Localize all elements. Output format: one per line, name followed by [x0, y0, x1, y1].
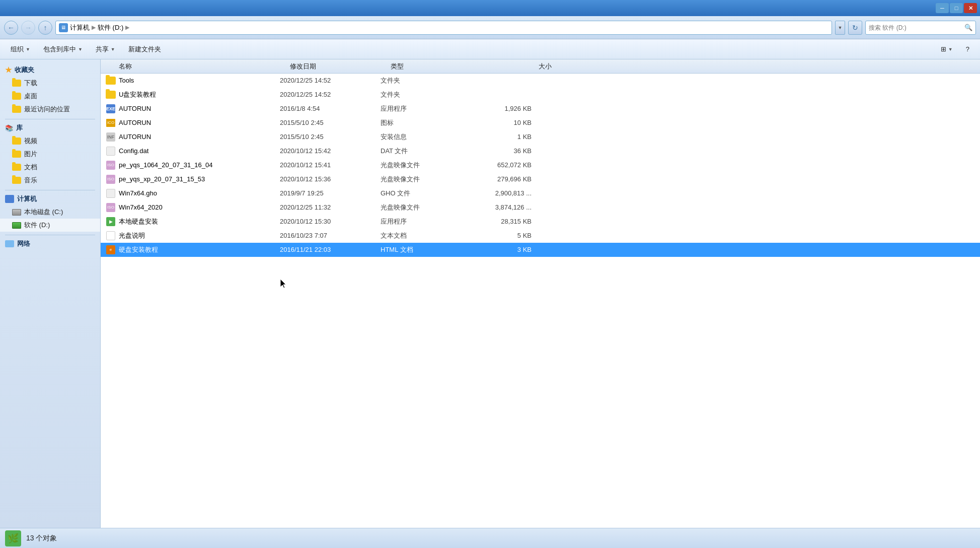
refresh-button[interactable]: ↻ [848, 21, 862, 35]
sidebar-section-computer: 计算机 本地磁盘 (C:) 软件 (D:) [0, 192, 100, 232]
file-name: AUTORUN [119, 133, 280, 141]
gho-icon [106, 189, 115, 198]
table-row[interactable]: Win7x64.gho 2019/9/7 19:25 GHO 文件 2,900,… [101, 186, 980, 200]
breadcrumb-drive[interactable]: 软件 (D:) [98, 23, 123, 32]
network-icon [5, 240, 14, 247]
file-size: 3,874,126 ... [471, 203, 532, 211]
file-date: 2016/11/21 22:03 [280, 246, 381, 253]
organize-button[interactable]: 组织 ▼ [5, 42, 36, 57]
search-box[interactable]: 🔍 [865, 21, 976, 35]
file-size: 1 KB [471, 133, 532, 141]
sidebar-item-documents[interactable]: 文档 [0, 161, 100, 174]
help-button[interactable]: ? [960, 42, 975, 57]
table-row[interactable]: ▶ 本地硬盘安装 2020/10/12 15:30 应用程序 28,315 KB [101, 215, 980, 229]
img-icon: ICO [106, 119, 115, 127]
sidebar-computer-label: 计算机 [17, 194, 37, 203]
table-row[interactable]: ICO AUTORUN 2015/5/10 2:45 图标 10 KB [101, 116, 980, 130]
file-name: Win7x64_2020 [119, 203, 280, 211]
folder-icon [12, 80, 21, 87]
table-row[interactable]: U盘安装教程 2020/12/25 14:52 文件夹 [101, 88, 980, 102]
file-icon [106, 231, 116, 240]
file-type: HTML 文档 [381, 245, 471, 254]
search-icon[interactable]: 🔍 [964, 24, 972, 31]
breadcrumb-sep2: ▶ [125, 24, 129, 31]
setup-exe-icon: ▶ [106, 217, 115, 226]
file-date: 2015/5/10 2:45 [280, 119, 381, 126]
close-button[interactable]: ✕ [964, 3, 977, 13]
inf-icon: INF [106, 132, 115, 142]
include-library-button[interactable]: 包含到库中 ▼ [38, 42, 88, 57]
sidebar-item-downloads[interactable]: 下载 [0, 77, 100, 90]
folder-icon [12, 138, 21, 145]
file-date: 2016/10/23 7:07 [280, 232, 381, 239]
up-button[interactable]: ↑ [38, 21, 52, 35]
folder-icon [12, 93, 21, 100]
table-row[interactable]: ISO pe_yqs_1064_20_07_31_16_04 2020/10/1… [101, 158, 980, 172]
sidebar-network-header[interactable]: 网络 [0, 237, 100, 250]
share-button[interactable]: 共享 ▼ [90, 42, 121, 57]
toolbar: 组织 ▼ 包含到库中 ▼ 共享 ▼ 新建文件夹 ⊞ ▼ ? [0, 39, 980, 59]
file-name: Tools [119, 77, 280, 84]
file-date: 2020/10/12 15:41 [280, 161, 381, 169]
sidebar-item-recent[interactable]: 最近访问的位置 [0, 103, 100, 116]
sidebar-item-videos-label: 视频 [24, 136, 37, 146]
breadcrumb[interactable]: 🖥 计算机 ▶ 软件 (D:) ▶ [55, 21, 832, 35]
table-row[interactable]: Tools 2020/12/25 14:52 文件夹 [101, 74, 980, 88]
file-name: 光盘说明 [119, 231, 280, 240]
sidebar-item-pictures[interactable]: 图片 [0, 148, 100, 161]
addressbar: ← → ↑ 🖥 计算机 ▶ 软件 (D:) ▶ ▼ ↻ 🔍 [0, 16, 980, 39]
address-dropdown-button[interactable]: ▼ [835, 21, 845, 35]
main-area: ★ 收藏夹 下载 桌面 最近访问的位置 📚 库 [0, 59, 980, 528]
maximize-button[interactable]: □ [950, 3, 963, 13]
table-row[interactable]: e 硬盘安装教程 2016/11/21 22:03 HTML 文档 3 KB [101, 243, 980, 257]
back-button[interactable]: ← [4, 21, 18, 35]
sidebar-item-videos[interactable]: 视频 [0, 134, 100, 148]
file-type: 文件夹 [381, 90, 471, 99]
file-type: DAT 文件 [381, 147, 471, 156]
sidebar-divider-3 [5, 235, 95, 235]
view-icon: ⊞ [941, 45, 946, 53]
view-button[interactable]: ⊞ ▼ [935, 42, 958, 57]
file-name: Win7x64.gho [119, 189, 280, 197]
table-row[interactable]: Config.dat 2020/10/12 15:42 DAT 文件 36 KB [101, 144, 980, 158]
file-icon [106, 147, 116, 156]
breadcrumb-computer[interactable]: 计算机 [70, 23, 90, 32]
file-size: 2,900,813 ... [471, 189, 532, 197]
table-row[interactable]: ISO pe_yqs_xp_20_07_31_15_53 2020/10/12 … [101, 172, 980, 186]
col-header-date[interactable]: 修改日期 [290, 62, 391, 71]
file-size: 36 KB [471, 147, 532, 155]
search-input[interactable] [869, 24, 962, 31]
col-header-type[interactable]: 类型 [391, 62, 481, 71]
breadcrumb-icon: 🖥 [59, 23, 68, 32]
file-type: 安装信息 [381, 132, 471, 142]
sidebar-computer-header[interactable]: 计算机 [0, 192, 100, 206]
minimize-button[interactable]: ─ [936, 3, 949, 13]
sidebar-item-desktop[interactable]: 桌面 [0, 90, 100, 103]
file-date: 2016/1/8 4:54 [280, 105, 381, 112]
sidebar-library-header[interactable]: 📚 库 [0, 121, 100, 134]
sidebar-favorites-header[interactable]: ★ 收藏夹 [0, 63, 100, 77]
folder-icon [106, 91, 116, 99]
folder-icon [106, 77, 116, 85]
file-size: 1,926 KB [471, 105, 532, 112]
sidebar-item-recent-label: 最近访问的位置 [24, 105, 70, 114]
table-row[interactable]: ISO Win7x64_2020 2020/12/25 11:32 光盘映像文件… [101, 200, 980, 215]
iso-icon: ISO [106, 175, 115, 184]
new-folder-button[interactable]: 新建文件夹 [123, 42, 167, 57]
table-row[interactable]: EXE AUTORUN 2016/1/8 4:54 应用程序 1,926 KB [101, 102, 980, 116]
table-row[interactable]: INF AUTORUN 2015/5/10 2:45 安装信息 1 KB [101, 130, 980, 144]
sidebar-item-drive-d[interactable]: 软件 (D:) [0, 219, 100, 232]
col-header-size[interactable]: 大小 [481, 62, 552, 71]
iso-icon: ISO [106, 161, 115, 170]
file-list[interactable]: Tools 2020/12/25 14:52 文件夹 U盘安装教程 2020/1… [101, 74, 980, 528]
sidebar-item-drive-c-label: 本地磁盘 (C:) [24, 208, 63, 217]
include-library-caret-icon: ▼ [78, 47, 83, 52]
sidebar-library-label: 库 [16, 123, 23, 132]
sidebar-item-music[interactable]: 音乐 [0, 174, 100, 187]
file-icon: ▶ [106, 217, 116, 226]
col-header-name[interactable]: 名称 [119, 62, 290, 71]
forward-button[interactable]: → [21, 21, 35, 35]
sidebar-item-drive-c[interactable]: 本地磁盘 (C:) [0, 206, 100, 219]
organize-caret-icon: ▼ [26, 47, 30, 52]
table-row[interactable]: 光盘说明 2016/10/23 7:07 文本文档 5 KB [101, 229, 980, 243]
